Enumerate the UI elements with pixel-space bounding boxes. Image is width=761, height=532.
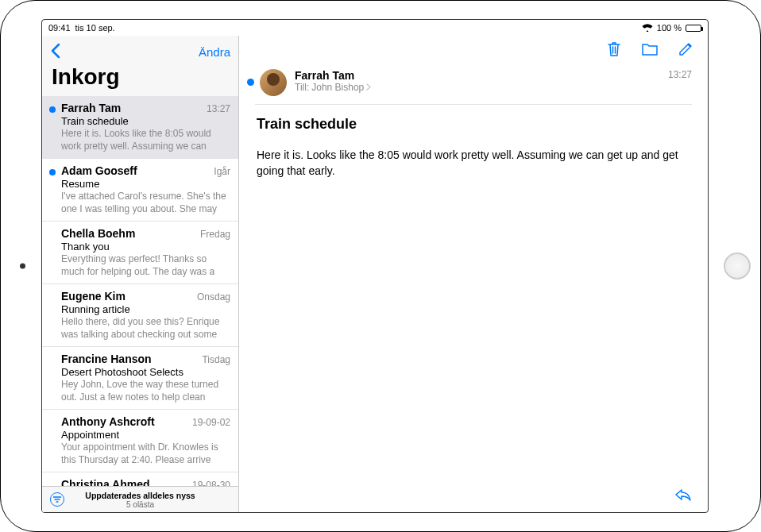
move-folder-icon[interactable] (641, 42, 659, 60)
message-subject-preview: Train schedule (61, 115, 230, 127)
message-sender: Adam Gooseff (61, 164, 137, 177)
sidebar-header: Ändra Inkorg (42, 36, 238, 96)
message-preview: Your appointment with Dr. Knowles is thi… (61, 441, 230, 466)
message-date: Igår (214, 166, 230, 177)
message-subject-preview: Running article (61, 303, 230, 315)
message-date: Tisdag (202, 354, 230, 365)
camera-dot (20, 264, 25, 269)
message-subject: Train schedule (255, 116, 692, 133)
status-date: tis 10 sep. (75, 23, 115, 33)
reply-icon[interactable] (674, 487, 692, 504)
message-sender: Anthony Ashcroft (61, 415, 155, 428)
sidebar-footer: Uppdaterades alldeles nyss 5 olästa (42, 486, 238, 512)
message-preview: Here it is. Looks like the 8:05 would wo… (61, 128, 230, 152)
filter-icon[interactable] (50, 492, 64, 507)
sidebar: Ändra Inkorg Farrah Tam13:27Train schedu… (42, 36, 239, 512)
message-item[interactable]: Adam GooseffIgårResumeI've attached Caro… (42, 159, 238, 222)
status-bar: 09:41 tis 10 sep. 100 % (42, 20, 708, 36)
message-from[interactable]: Farrah Tam (295, 69, 668, 82)
message-time: 13:27 (668, 69, 692, 96)
message-date: 19-08-30 (192, 480, 230, 486)
message-sender: Farrah Tam (61, 102, 121, 114)
mail-app: Ändra Inkorg Farrah Tam13:27Train schedu… (42, 36, 708, 512)
message-date: 13:27 (207, 103, 230, 114)
message-view: Farrah Tam Till: John Bishop 13:27 (239, 66, 708, 512)
message-preview: Everything was perfect! Thanks so much f… (61, 253, 230, 278)
trash-icon[interactable] (606, 40, 622, 61)
message-sender: Chella Boehm (61, 227, 135, 240)
message-sender: Francine Hanson (61, 353, 152, 365)
message-item[interactable]: Farrah Tam13:27Train scheduleHere it is.… (42, 96, 238, 159)
footer-unread-count: 5 olästa (48, 500, 232, 509)
message-preview: Hey John, Love the way these turned out.… (61, 379, 230, 403)
back-button[interactable] (50, 43, 60, 61)
message-subject-preview: Thank you (61, 241, 230, 253)
message-subject-preview: Desert Photoshoot Selects (61, 366, 230, 378)
unread-dot-icon (49, 106, 56, 113)
battery-percent: 100 % (657, 23, 682, 33)
compose-icon[interactable] (678, 41, 693, 60)
device-frame: 09:41 tis 10 sep. 100 % Ändra (0, 0, 761, 532)
message-sender: Eugene Kim (61, 290, 126, 303)
content-pane: Farrah Tam Till: John Bishop 13:27 (239, 36, 708, 512)
message-to[interactable]: Till: John Bishop (295, 82, 668, 93)
home-button[interactable] (724, 253, 751, 279)
to-label: Till: (295, 82, 309, 93)
message-preview: I've attached Carol's resume. She's the … (61, 191, 230, 215)
message-header: Farrah Tam Till: John Bishop 13:27 (255, 69, 692, 104)
message-item[interactable]: Francine HansonTisdagDesert Photoshoot S… (42, 347, 238, 410)
message-sender: Christina Ahmed (61, 478, 150, 486)
unread-dot-icon (247, 79, 254, 86)
message-date: 19-09-02 (192, 417, 230, 428)
wifi-icon (642, 23, 653, 33)
divider (255, 104, 692, 105)
status-time: 09:41 (48, 23, 71, 33)
message-item[interactable]: Anthony Ashcroft19-09-02AppointmentYour … (42, 410, 238, 472)
message-item[interactable]: Chella BoehmFredagThank youEverything wa… (42, 222, 238, 284)
unread-dot-icon (49, 169, 56, 175)
to-recipient: John Bishop (311, 82, 364, 93)
screen: 09:41 tis 10 sep. 100 % Ändra (41, 19, 709, 513)
message-date: Fredag (200, 229, 230, 240)
message-item[interactable]: Eugene KimOnsdagRunning articleHello the… (42, 284, 238, 347)
message-subject-preview: Appointment (61, 429, 230, 441)
message-body: Here it is. Looks like the 8:05 would wo… (255, 147, 692, 179)
message-subject-preview: Resume (61, 178, 230, 190)
battery-icon (686, 25, 701, 32)
content-toolbar (239, 36, 708, 66)
avatar[interactable] (260, 69, 287, 96)
message-list[interactable]: Farrah Tam13:27Train scheduleHere it is.… (42, 96, 238, 486)
message-date: Onsdag (197, 291, 230, 303)
message-item[interactable]: Christina Ahmed19-08-30Saturday HikeHell… (42, 472, 238, 486)
inbox-title: Inkorg (50, 63, 230, 94)
chevron-right-icon (366, 82, 371, 93)
message-preview: Hello there, did you see this? Enrique w… (61, 316, 230, 341)
footer-updated-text: Uppdaterades alldeles nyss (48, 491, 232, 500)
edit-button[interactable]: Ändra (199, 45, 230, 59)
